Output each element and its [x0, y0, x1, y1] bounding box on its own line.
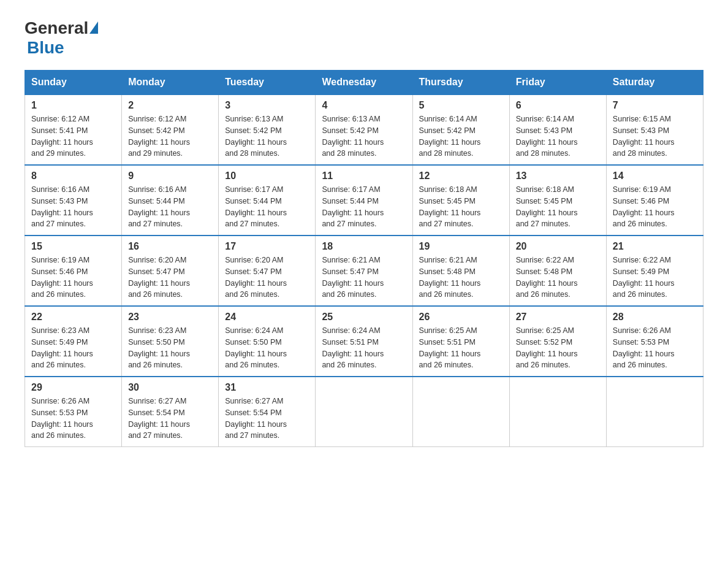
logo: General Blue — [25, 18, 98, 58]
calendar-cell: 26 Sunrise: 6:25 AM Sunset: 5:51 PM Dayl… — [412, 306, 509, 377]
calendar-cell: 9 Sunrise: 6:16 AM Sunset: 5:44 PM Dayli… — [122, 165, 219, 236]
day-number: 2 — [128, 100, 212, 111]
day-info: Sunrise: 6:14 AM Sunset: 5:42 PM Dayligh… — [419, 113, 503, 159]
day-info: Sunrise: 6:16 AM Sunset: 5:43 PM Dayligh… — [31, 184, 115, 230]
calendar-cell: 16 Sunrise: 6:20 AM Sunset: 5:47 PM Dayl… — [122, 236, 219, 306]
day-number: 22 — [31, 312, 115, 323]
day-info: Sunrise: 6:24 AM Sunset: 5:50 PM Dayligh… — [225, 325, 309, 371]
calendar-cell: 11 Sunrise: 6:17 AM Sunset: 5:44 PM Dayl… — [316, 165, 412, 236]
day-number: 21 — [613, 241, 697, 252]
day-number: 26 — [419, 312, 503, 323]
calendar-table: SundayMondayTuesdayWednesdayThursdayFrid… — [25, 70, 703, 447]
day-info: Sunrise: 6:21 AM Sunset: 5:48 PM Dayligh… — [419, 255, 503, 301]
day-info: Sunrise: 6:22 AM Sunset: 5:49 PM Dayligh… — [613, 255, 697, 301]
day-info: Sunrise: 6:27 AM Sunset: 5:54 PM Dayligh… — [225, 396, 309, 442]
day-info: Sunrise: 6:13 AM Sunset: 5:42 PM Dayligh… — [322, 113, 406, 159]
day-info: Sunrise: 6:12 AM Sunset: 5:42 PM Dayligh… — [128, 113, 212, 159]
day-info: Sunrise: 6:23 AM Sunset: 5:50 PM Dayligh… — [128, 325, 212, 371]
calendar-cell: 4 Sunrise: 6:13 AM Sunset: 5:42 PM Dayli… — [316, 94, 412, 165]
day-info: Sunrise: 6:13 AM Sunset: 5:42 PM Dayligh… — [225, 113, 309, 159]
calendar-cell: 21 Sunrise: 6:22 AM Sunset: 5:49 PM Dayl… — [606, 236, 703, 306]
day-number: 11 — [322, 170, 406, 182]
calendar-cell — [509, 377, 606, 447]
calendar-cell: 1 Sunrise: 6:12 AM Sunset: 5:41 PM Dayli… — [25, 94, 122, 165]
calendar-cell: 8 Sunrise: 6:16 AM Sunset: 5:43 PM Dayli… — [25, 165, 122, 236]
calendar-cell: 14 Sunrise: 6:19 AM Sunset: 5:46 PM Dayl… — [606, 165, 703, 236]
calendar-cell — [606, 377, 703, 447]
calendar-cell: 7 Sunrise: 6:15 AM Sunset: 5:43 PM Dayli… — [606, 94, 703, 165]
calendar-cell — [316, 377, 412, 447]
day-number: 5 — [419, 100, 503, 111]
logo-blue-text: Blue — [27, 38, 98, 58]
day-info: Sunrise: 6:16 AM Sunset: 5:44 PM Dayligh… — [128, 184, 212, 230]
day-number: 27 — [516, 312, 600, 323]
calendar-cell: 10 Sunrise: 6:17 AM Sunset: 5:44 PM Dayl… — [219, 165, 316, 236]
calendar-cell: 15 Sunrise: 6:19 AM Sunset: 5:46 PM Dayl… — [25, 236, 122, 306]
day-number: 16 — [128, 241, 212, 252]
day-number: 31 — [225, 382, 309, 393]
day-number: 15 — [31, 241, 115, 252]
header-tuesday: Tuesday — [219, 71, 316, 95]
day-number: 19 — [419, 241, 503, 252]
day-info: Sunrise: 6:26 AM Sunset: 5:53 PM Dayligh… — [613, 325, 697, 371]
week-row-5: 29 Sunrise: 6:26 AM Sunset: 5:53 PM Dayl… — [25, 377, 703, 447]
day-info: Sunrise: 6:20 AM Sunset: 5:47 PM Dayligh… — [128, 255, 212, 301]
logo-triangle-icon — [89, 21, 98, 34]
day-info: Sunrise: 6:12 AM Sunset: 5:41 PM Dayligh… — [31, 113, 115, 159]
calendar-cell: 20 Sunrise: 6:22 AM Sunset: 5:48 PM Dayl… — [509, 236, 606, 306]
day-info: Sunrise: 6:15 AM Sunset: 5:43 PM Dayligh… — [613, 113, 697, 159]
day-number: 7 — [613, 100, 697, 111]
calendar-cell — [412, 377, 509, 447]
calendar-cell: 17 Sunrise: 6:20 AM Sunset: 5:47 PM Dayl… — [219, 236, 316, 306]
logo-general-text: General — [25, 18, 88, 38]
day-info: Sunrise: 6:24 AM Sunset: 5:51 PM Dayligh… — [322, 325, 406, 371]
calendar-cell: 3 Sunrise: 6:13 AM Sunset: 5:42 PM Dayli… — [219, 94, 316, 165]
day-number: 12 — [419, 170, 503, 182]
day-info: Sunrise: 6:27 AM Sunset: 5:54 PM Dayligh… — [128, 396, 212, 442]
day-number: 24 — [225, 312, 309, 323]
calendar-cell: 12 Sunrise: 6:18 AM Sunset: 5:45 PM Dayl… — [412, 165, 509, 236]
header-wednesday: Wednesday — [316, 71, 412, 95]
day-number: 14 — [613, 170, 697, 182]
day-number: 28 — [613, 312, 697, 323]
calendar-cell: 2 Sunrise: 6:12 AM Sunset: 5:42 PM Dayli… — [122, 94, 219, 165]
calendar-cell: 30 Sunrise: 6:27 AM Sunset: 5:54 PM Dayl… — [122, 377, 219, 447]
week-row-3: 15 Sunrise: 6:19 AM Sunset: 5:46 PM Dayl… — [25, 236, 703, 306]
calendar-cell: 24 Sunrise: 6:24 AM Sunset: 5:50 PM Dayl… — [219, 306, 316, 377]
day-number: 1 — [31, 100, 115, 111]
day-info: Sunrise: 6:17 AM Sunset: 5:44 PM Dayligh… — [225, 184, 309, 230]
day-number: 9 — [128, 170, 212, 182]
day-info: Sunrise: 6:18 AM Sunset: 5:45 PM Dayligh… — [419, 184, 503, 230]
day-info: Sunrise: 6:19 AM Sunset: 5:46 PM Dayligh… — [613, 184, 697, 230]
week-row-2: 8 Sunrise: 6:16 AM Sunset: 5:43 PM Dayli… — [25, 165, 703, 236]
calendar-cell: 13 Sunrise: 6:18 AM Sunset: 5:45 PM Dayl… — [509, 165, 606, 236]
calendar-cell: 29 Sunrise: 6:26 AM Sunset: 5:53 PM Dayl… — [25, 377, 122, 447]
day-number: 8 — [31, 170, 115, 182]
day-number: 20 — [516, 241, 600, 252]
day-number: 3 — [225, 100, 309, 111]
header-saturday: Saturday — [606, 71, 703, 95]
week-row-1: 1 Sunrise: 6:12 AM Sunset: 5:41 PM Dayli… — [25, 94, 703, 165]
day-number: 25 — [322, 312, 406, 323]
calendar-cell: 28 Sunrise: 6:26 AM Sunset: 5:53 PM Dayl… — [606, 306, 703, 377]
day-info: Sunrise: 6:17 AM Sunset: 5:44 PM Dayligh… — [322, 184, 406, 230]
header-friday: Friday — [509, 71, 606, 95]
header-thursday: Thursday — [412, 71, 509, 95]
day-info: Sunrise: 6:25 AM Sunset: 5:52 PM Dayligh… — [516, 325, 600, 371]
day-number: 18 — [322, 241, 406, 252]
header-sunday: Sunday — [25, 71, 122, 95]
day-info: Sunrise: 6:14 AM Sunset: 5:43 PM Dayligh… — [516, 113, 600, 159]
day-info: Sunrise: 6:23 AM Sunset: 5:49 PM Dayligh… — [31, 325, 115, 371]
day-number: 10 — [225, 170, 309, 182]
day-info: Sunrise: 6:22 AM Sunset: 5:48 PM Dayligh… — [516, 255, 600, 301]
calendar-cell: 22 Sunrise: 6:23 AM Sunset: 5:49 PM Dayl… — [25, 306, 122, 377]
calendar-cell: 6 Sunrise: 6:14 AM Sunset: 5:43 PM Dayli… — [509, 94, 606, 165]
day-number: 17 — [225, 241, 309, 252]
header-monday: Monday — [122, 71, 219, 95]
day-number: 30 — [128, 382, 212, 393]
calendar-cell: 5 Sunrise: 6:14 AM Sunset: 5:42 PM Dayli… — [412, 94, 509, 165]
day-number: 23 — [128, 312, 212, 323]
calendar-cell: 27 Sunrise: 6:25 AM Sunset: 5:52 PM Dayl… — [509, 306, 606, 377]
calendar-header-row: SundayMondayTuesdayWednesdayThursdayFrid… — [25, 71, 703, 95]
day-number: 13 — [516, 170, 600, 182]
